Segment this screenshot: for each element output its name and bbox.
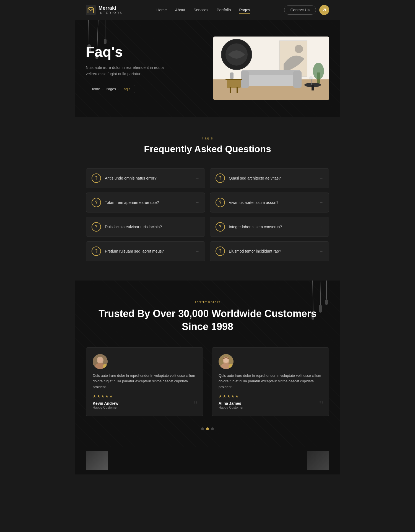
faq-item-6[interactable]: ? Pretium ruisuam sed laoret meus? → [86, 241, 205, 261]
faq-arrow-3: → [319, 200, 323, 205]
testimonials-section: Testimonials Trusted By Over 30,000 Worl… [75, 281, 340, 447]
nav-arrow-button[interactable] [319, 5, 329, 15]
contact-button[interactable]: Contact Us [284, 5, 316, 15]
faq-grid: ? Antis unde omnis natus error? → ? Quas… [86, 168, 329, 261]
testimonials-label: Testimonials [86, 300, 329, 304]
faq-arrow-0: → [195, 176, 199, 181]
brand-name: Merraki [98, 6, 123, 11]
faq-arrow-5: → [319, 224, 323, 229]
breadcrumb-active: Faq's [121, 87, 130, 91]
faq-arrow-2: → [195, 200, 199, 205]
svg-rect-17 [293, 71, 302, 88]
testimonial-divider-0 [203, 361, 203, 402]
svg-rect-0 [86, 5, 96, 15]
svg-rect-18 [227, 79, 241, 88]
faq-icon-4: ? [92, 222, 101, 232]
hero-description: Nuis aute irure dolor in rearehenderit i… [86, 64, 174, 77]
breadcrumb-pages[interactable]: Pages [106, 87, 116, 91]
svg-rect-21 [237, 87, 238, 93]
testimonials-title: Trusted By Over 30,000 Worldwide Custome… [86, 307, 329, 333]
faq-icon-1: ? [216, 173, 225, 183]
faq-icon-0: ? [92, 173, 101, 183]
testimonial-text-1: Quis aute irure dolor in reprehender in … [219, 373, 322, 390]
faq-icon-5: ? [216, 222, 225, 232]
faq-item-1[interactable]: ? Quasi sed architecto ae vitae? → [210, 168, 329, 188]
stars-0: ★★★★★ [93, 394, 196, 398]
faq-item-5[interactable]: ? Integer lobortis sem conserua? → [210, 217, 329, 237]
faq-icon-3: ? [216, 198, 225, 207]
svg-rect-28 [310, 37, 329, 79]
svg-rect-20 [230, 87, 231, 93]
faq-label: Faq's [86, 136, 329, 140]
faq-icon-7: ? [216, 246, 225, 256]
hero-content: Faq's Nuis aute irure dolor in rearehend… [75, 20, 340, 117]
logo-icon [86, 5, 96, 15]
logo[interactable]: Merraki Interiors [86, 5, 123, 15]
nav-item-services[interactable]: Services [193, 7, 208, 12]
carousel-dot-2[interactable] [211, 427, 214, 430]
hero-left: Faq's Nuis aute irure dolor in rearehend… [86, 43, 213, 93]
faq-question-4: Duis lacinia eulvinar turis lacinia? [105, 225, 191, 229]
faq-arrow-7: → [319, 249, 323, 254]
testimonial-card-0: " Duis aute irure dolor in reprehender i… [86, 347, 203, 416]
avatar-badge-0: " [103, 364, 108, 369]
breadcrumb: Home - Pages - Faq's [86, 85, 135, 93]
breadcrumb-home[interactable]: Home [90, 87, 100, 91]
avatar-0: " [93, 354, 108, 369]
pages-underline [239, 13, 250, 14]
faq-arrow-1: → [319, 176, 323, 181]
carousel-dot-1[interactable] [206, 427, 209, 430]
faq-question-2: Totam rem aperiam earue uae? [105, 200, 191, 205]
nav-item-portfolio[interactable]: Portfolio [217, 7, 231, 12]
svg-rect-19 [225, 79, 242, 80]
customer-name-1: Alina James [219, 401, 322, 406]
stars-1: ★★★★★ [219, 394, 322, 398]
nav-item-pages[interactable]: Pages [239, 7, 250, 12]
faq-question-7: Eiusmod temor incididunt rao? [229, 249, 315, 253]
svg-rect-27 [311, 79, 312, 85]
faq-item-4[interactable]: ? Duis lacinia eulvinar turis lacinia? → [86, 217, 205, 237]
hero-title: Faq's [86, 43, 213, 60]
faq-item-2[interactable]: ? Totam rem aperiam earue uae? → [86, 193, 205, 212]
svg-rect-15 [242, 70, 300, 75]
faq-icon-6: ? [92, 246, 101, 256]
brand-sub: Interiors [98, 11, 123, 14]
faq-title: Frequently Asked Questions [86, 144, 329, 154]
faq-question-0: Antis unde omnis natus error? [105, 176, 191, 180]
nav-right: Contact Us [284, 5, 329, 15]
nav-item-home[interactable]: Home [156, 7, 167, 12]
nav-item-about[interactable]: About [175, 7, 185, 12]
bottom-strip [75, 447, 340, 474]
testimonials-content: Testimonials Trusted By Over 30,000 Worl… [86, 300, 329, 430]
arrow-icon [322, 8, 326, 12]
quote-icon-1: " [319, 399, 323, 411]
faq-arrow-6: → [195, 249, 199, 254]
nav-links: Home About Services Portfolio Pages [156, 7, 250, 12]
testimonial-text-0: Duis aute irure dolor in reprehender in … [93, 373, 196, 390]
faq-question-1: Quasi sed architecto ae vitae? [229, 176, 315, 180]
avatar-1: " [219, 354, 234, 369]
svg-rect-26 [312, 85, 314, 90]
hero-section: Faq's Nuis aute irure dolor in rearehend… [75, 20, 340, 117]
faq-arrow-4: → [195, 224, 199, 229]
carousel-dots [86, 427, 329, 430]
faq-question-5: Integer lobortis sem conserua? [229, 225, 315, 229]
testimonial-card-1: " Quis aute irure dolor in reprehender i… [212, 347, 329, 416]
faq-question-6: Pretium ruisuam sed laoret meus? [105, 249, 191, 253]
testimonial-header-1: " [219, 354, 322, 369]
faq-item-3[interactable]: ? Vivamus aorte iasum accon? → [210, 193, 329, 212]
svg-rect-22 [230, 72, 234, 79]
customer-role-0: Happy Customer [93, 406, 196, 409]
svg-rect-1 [89, 7, 93, 8]
faq-icon-2: ? [92, 198, 101, 207]
bottom-thumbnail-right [307, 451, 329, 470]
testimonial-header-0: " [93, 354, 196, 369]
svg-point-13 [295, 45, 303, 53]
avatar-badge-1: " [229, 364, 234, 369]
hero-image [213, 37, 329, 100]
faq-item-0[interactable]: ? Antis unde omnis natus error? → [86, 168, 205, 188]
svg-point-38 [98, 358, 103, 363]
carousel-dot-0[interactable] [201, 427, 204, 430]
faq-item-7[interactable]: ? Eiusmod temor incididunt rao? → [210, 241, 329, 261]
bottom-thumbnail-left [86, 451, 108, 470]
